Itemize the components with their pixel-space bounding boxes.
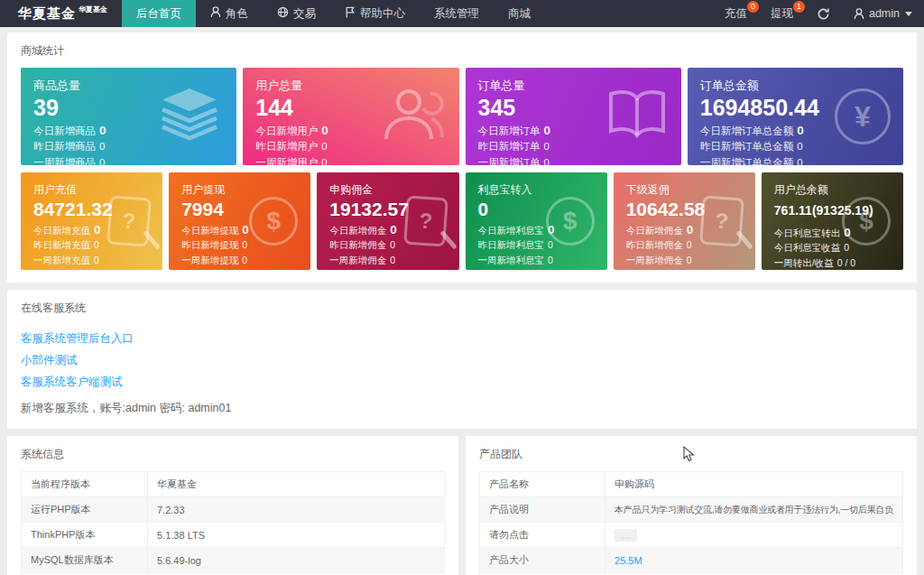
stat-line: 一周新增佣金0: [329, 255, 446, 267]
table-row: 当前程序版本华夏基金: [22, 472, 445, 497]
dollar-icon: $: [249, 197, 298, 246]
do-not-click-button[interactable]: …: [614, 529, 637, 542]
stat-card-title: 用户提现: [181, 182, 298, 198]
flag-icon: [345, 6, 360, 21]
row-value: 5.6.49-log: [148, 548, 445, 573]
table-row: 运行PHP版本7.2.33: [22, 497, 445, 523]
product-size-link[interactable]: 25.5M: [614, 555, 642, 566]
mouse-cursor: [683, 446, 696, 466]
recharge-badge: 0: [747, 1, 759, 13]
service-client-test-link[interactable]: 客服系统客户端测试: [21, 375, 123, 390]
nav-item-label: 商城: [508, 6, 531, 22]
stat-line: 一周新增商品0: [33, 156, 224, 166]
globe-icon: [277, 6, 293, 21]
table-row: 产品名称申购源码: [480, 472, 903, 497]
book-icon: [605, 88, 669, 144]
row-label: 当前程序版本: [22, 472, 148, 497]
top-bar: 华夏基金 华夏基金 后台首页 角色 交易 帮助中心 系统管理 商城 充值 0: [0, 0, 924, 27]
table-row: ThinkPHP版本5.1.38 LTS: [22, 523, 445, 548]
system-info-panel: 系统信息 当前程序版本华夏基金 运行PHP版本7.2.33 ThinkPHP版本…: [7, 436, 458, 575]
nav-item-home[interactable]: 后台首页: [122, 0, 196, 27]
product-team-table: 产品名称申购源码 产品说明本产品只为学习测试交流,请勿要做商业或者用于违法行为,…: [479, 471, 903, 575]
stat-line: 一周新增充值0: [33, 255, 150, 267]
row-label: ThinkPHP版本: [22, 523, 148, 548]
nav-item-roles[interactable]: 角色: [196, 0, 263, 27]
row-value: 5.1.38 LTS: [148, 523, 445, 548]
row-label: 产品名称: [480, 472, 605, 497]
user-menu[interactable]: admin: [842, 0, 924, 27]
app-logo-text: 华夏基金: [18, 5, 76, 23]
mall-stats-title: 商城统计: [21, 42, 903, 68]
mall-stats-panel: 商城统计 商品总量 39 今日新增商品0 昨日新增商品0 一周新增商品0 用户总…: [7, 32, 917, 283]
withdraw-badge: 1: [793, 1, 805, 13]
table-row: 请勿点击…: [480, 523, 903, 548]
nav-item-label: 帮助中心: [360, 6, 405, 22]
stat-card-order-amount: 订单总金额 1694850.44 今日新增订单总金额0 昨日新增订单总金额0 一…: [688, 68, 903, 165]
app-logo-subtext: 华夏基金: [79, 5, 107, 14]
stat-card-orders: 订单总量 345 今日新增订单0 昨日新增订单0 一周新增订单0: [466, 68, 681, 165]
stat-card-subordinate-rebate: 下级返佣 10642.58 今日新增佣金0 昨日新增佣金0 一周新增佣金0 ?: [614, 172, 755, 270]
widget-test-link[interactable]: 小部件测试: [21, 353, 78, 368]
stat-card-users: 用户总量 144 今日新增用户0 昨日新增用户0 一周新增用户0: [243, 68, 458, 165]
recharge-label: 充值: [725, 6, 747, 22]
yen-icon: ¥: [835, 88, 891, 144]
top-right-actions: 充值 0 提现 1 admin: [713, 0, 924, 27]
big-stat-cards: 商品总量 39 今日新增商品0 昨日新增商品0 一周新增商品0 用户总量 144…: [21, 68, 903, 165]
doc-question-icon: ?: [405, 197, 447, 246]
withdraw-label: 提现: [771, 6, 793, 22]
row-label: 运行PHP版本: [22, 497, 148, 523]
row-label: 请勿点击: [480, 523, 605, 548]
row-value: 华夏基金: [148, 472, 445, 497]
system-info-title: 系统信息: [21, 445, 445, 471]
nav-item-help-center[interactable]: 帮助中心: [330, 0, 420, 27]
row-label: MySQL数据库版本: [22, 548, 148, 573]
stat-card-title: 用户总余额: [774, 182, 891, 198]
row-value: 25.5M: [605, 548, 903, 573]
nav-item-trade[interactable]: 交易: [263, 0, 330, 27]
user-icon: [210, 6, 226, 21]
stat-card-user-recharge: 用户充值 84721.32 今日新增充值0 昨日新增充值0 一周新增充值0 ?: [21, 172, 162, 270]
service-admin-entry-link[interactable]: 客服系统管理后台入口: [21, 331, 134, 347]
small-stat-cards: 用户充值 84721.32 今日新增充值0 昨日新增充值0 一周新增充值0 ? …: [21, 172, 903, 270]
service-credentials-note: 新增客服系统，账号:admin 密码: admin01: [21, 401, 903, 416]
nav-item-mall[interactable]: 商城: [494, 0, 545, 27]
doc-question-icon: ?: [108, 197, 150, 246]
app-logo[interactable]: 华夏基金 华夏基金: [0, 0, 122, 27]
withdraw-button[interactable]: 提现 1: [759, 0, 805, 27]
dollar-icon: $: [842, 197, 891, 246]
row-value: 本产品只为学习测试交流,请勿要做商业或者用于违法行为,一切后果自负: [605, 497, 903, 523]
nav-item-system-management[interactable]: 系统管理: [420, 0, 494, 27]
stat-line: 一周新增佣金0: [626, 255, 743, 267]
customer-service-panel: 在线客服系统 客服系统管理后台入口 小部件测试 客服系统客户端测试 新增客服系统…: [7, 290, 917, 429]
stat-line: 一周新增用户0: [255, 156, 446, 166]
row-value: 7.2.33: [148, 497, 445, 523]
row-value: …: [605, 523, 903, 548]
stat-card-title: 用户充值: [33, 182, 150, 198]
row-label: 产品说明: [480, 497, 605, 523]
dollar-icon: $: [546, 197, 595, 246]
nav-item-label: 系统管理: [434, 6, 479, 22]
stat-card-title: 利息宝转入: [478, 182, 595, 198]
recharge-button[interactable]: 充值 0: [713, 0, 759, 27]
stat-line: 一周新增订单0: [478, 156, 669, 166]
stat-card-interest-transfer-in: 利息宝转入 0 今日新增利息宝0 昨日新增利息宝0 一周新增利息宝0 $: [466, 172, 607, 270]
stat-card-user-total-balance: 用户总余额 761.11(91325.19) 今日利息宝转出0 今日利息宝收益0…: [762, 172, 903, 270]
table-row: MySQL数据库版本5.6.49-log: [22, 548, 445, 573]
table-row: 产品大小25.5M: [480, 548, 903, 573]
layers-icon: [155, 87, 224, 146]
stat-card-products: 商品总量 39 今日新增商品0 昨日新增商品0 一周新增商品0: [21, 68, 236, 165]
username: admin: [869, 7, 900, 20]
table-row: 产品说明本产品只为学习测试交流,请勿要做商业或者用于违法行为,一切后果自负: [480, 497, 903, 523]
system-info-table: 当前程序版本华夏基金 运行PHP版本7.2.33 ThinkPHP版本5.1.3…: [21, 471, 445, 575]
refresh-button[interactable]: [805, 0, 842, 27]
stat-line: 一周新增订单总金额0: [700, 156, 891, 166]
customer-service-title: 在线客服系统: [21, 299, 903, 325]
stat-line: 一周新增提现0: [181, 255, 298, 267]
stat-card-user-withdraw: 用户提现 7994 今日新增提现0 昨日新增提现0 一周新增提现0 $: [169, 172, 310, 270]
user-icon: [854, 8, 864, 20]
nav-item-label: 交易: [293, 6, 316, 22]
stat-line: 一周新增利息宝0: [478, 255, 595, 267]
stat-card-title: 下级返佣: [626, 182, 743, 198]
stat-card-title: 申购佣金: [329, 182, 446, 198]
row-value: 申购源码: [605, 472, 903, 497]
